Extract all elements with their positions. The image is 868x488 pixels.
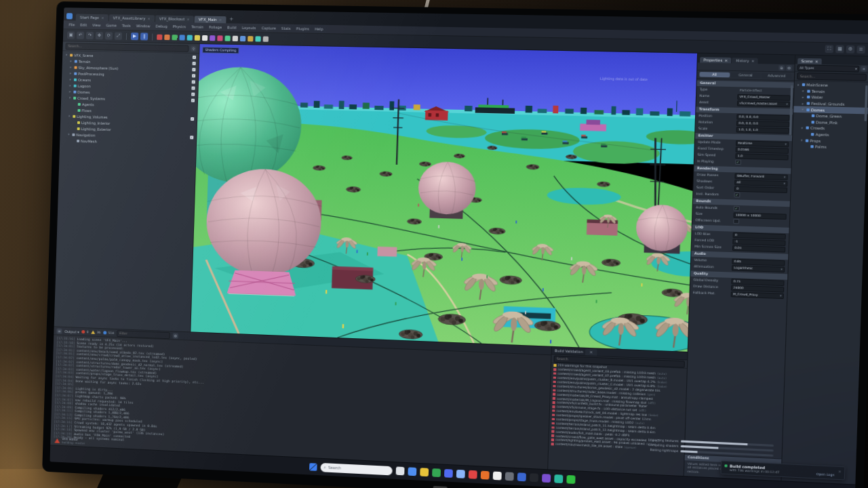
property-value[interactable]: Logarithmic▾ [732,265,785,272]
menu-item-layouts[interactable]: Layouts [242,26,256,30]
segment-advanced[interactable]: Advanced [762,73,792,79]
taskbar-app-10[interactable] [517,472,526,481]
hierarchy-search-input[interactable] [65,43,189,52]
menu-item-edit[interactable]: Edit [80,23,87,27]
menu-item-terrain[interactable]: Terrain [191,24,203,28]
menu-icon[interactable]: ≡ [856,45,865,54]
info-filter-button[interactable]: 514 [103,331,114,335]
outliner-row[interactable]: Palms [793,143,867,151]
filter-icon[interactable]: ⚲ [191,45,196,51]
expander-icon[interactable]: ▾ [68,96,72,100]
expander-icon[interactable]: ▸ [801,89,806,93]
expander-icon[interactable]: ▾ [67,115,71,118]
taskbar-app-5[interactable] [456,470,465,479]
asset-shortcut-13[interactable] [255,36,260,41]
scene-viewport[interactable]: Shaders Compiling Lighting data is out o… [191,44,697,352]
expander-icon[interactable]: ▸ [68,71,73,75]
menu-item-view[interactable]: View [92,23,100,27]
property-checkbox[interactable]: ✓ [735,159,741,165]
gear-icon[interactable]: ⚙ [173,333,178,338]
menu-item-file[interactable]: File [68,22,75,26]
expander-icon[interactable]: ▾ [64,53,68,56]
taskbar-app-9[interactable] [505,472,513,481]
expander-icon[interactable]: ▾ [796,83,801,86]
visibility-checkbox[interactable]: ✓ [192,74,195,77]
menu-item-help[interactable]: Help [315,27,323,31]
taskbar-app-8[interactable] [492,471,501,480]
warning-filter-button[interactable]: 36 [92,331,101,335]
asset-shortcut-11[interactable] [240,35,245,41]
taskbar-app-12[interactable] [541,474,550,483]
visibility-checkbox[interactable]: ✓ [190,136,193,139]
asset-shortcut-14[interactable] [263,36,269,41]
redo-icon[interactable]: ↷ [86,32,94,39]
scale-icon[interactable]: ⤢ [115,33,122,40]
close-icon[interactable]: × [838,469,842,477]
close-icon[interactable]: × [724,58,728,62]
close-icon[interactable]: × [585,348,597,356]
taskbar-app-2[interactable] [420,468,429,476]
close-icon[interactable]: × [147,16,150,20]
copy-icon[interactable]: ⧉ [778,65,785,71]
asset-shortcut-9[interactable] [224,35,230,41]
output-log-title[interactable]: Output ▾ [64,329,79,333]
property-value[interactable]: 0.01 [732,245,785,252]
taskbar-app-14[interactable] [566,475,575,484]
visibility-checkbox[interactable]: ✓ [191,93,195,96]
segment-general[interactable]: General [730,73,761,78]
expander-icon[interactable]: ▸ [801,102,806,105]
expander-icon[interactable]: ▸ [68,77,73,81]
taskbar-app-3[interactable] [432,468,441,477]
menu-item-debug[interactable]: Debug [155,24,167,28]
property-checkbox[interactable]: ✓ [734,192,739,198]
expander-icon[interactable]: ▸ [68,90,72,94]
expander-icon[interactable]: ▸ [69,59,73,62]
asset-shortcut-7[interactable] [210,35,215,41]
expander-icon[interactable]: ▾ [66,133,71,136]
toast-action-link[interactable]: Open Logs [816,472,835,477]
taskbar-search[interactable]: ⌕ Search [320,462,392,475]
validation-tab[interactable]: Build Validation [555,348,583,354]
visibility-checkbox[interactable]: ✓ [191,117,194,121]
property-value[interactable]: 1.0, 1.0, 1.0 [736,127,789,134]
asset-shortcut-10[interactable] [233,35,238,41]
visibility-checkbox[interactable]: ✓ [192,80,195,83]
menu-item-build[interactable]: Build [227,25,236,29]
expander-icon[interactable]: ▾ [800,126,804,129]
add-icon[interactable]: + [861,66,867,72]
asset-shortcut-0[interactable] [157,34,162,39]
asset-shortcut-4[interactable] [187,35,193,40]
new-tab-button[interactable]: + [226,16,236,23]
close-icon[interactable]: × [815,59,818,63]
segment-all[interactable]: All [699,72,730,77]
asset-shortcut-12[interactable] [248,36,253,41]
taskbar-app-6[interactable] [468,470,477,479]
asset-shortcut-2[interactable] [172,35,177,40]
asset-shortcut-3[interactable] [179,35,184,40]
property-value[interactable]: Particle Effect [737,87,791,94]
log-menu-icon[interactable]: ≡ [56,328,62,333]
menu-item-physics[interactable]: Physics [173,24,186,28]
expander-icon[interactable]: ▸ [801,96,806,99]
grid-icon[interactable]: ▦ [835,45,844,54]
menu-item-capture[interactable]: Capture [262,26,276,30]
fullscreen-icon[interactable]: ⛶ [825,45,834,53]
visibility-checkbox[interactable]: ✓ [191,99,195,102]
menu-item-foliage[interactable]: Foliage [209,25,222,29]
expander-icon[interactable]: ▾ [800,138,804,142]
property-value[interactable]: 0.0, 0.0, 0.0 [736,114,789,121]
property-value[interactable]: vfx/crowd_master.asset▾ [737,100,790,107]
close-icon[interactable]: × [219,18,222,22]
outliner-search-input[interactable] [797,73,867,81]
taskbar-app-11[interactable] [529,473,538,482]
property-value[interactable]: VFX_Crowd_Master [737,94,791,100]
save-icon[interactable]: ▣ [67,31,75,39]
menu-item-game[interactable]: Game [106,23,117,27]
visibility-checkbox[interactable]: ✓ [193,56,196,59]
pause-icon[interactable]: ∥ [140,33,148,40]
taskbar-app-0[interactable] [395,466,404,475]
taskbar-app-13[interactable] [554,474,563,483]
gear-icon[interactable]: ⚙ [846,45,855,54]
close-icon[interactable]: × [751,59,755,63]
play-icon[interactable]: ▶ [131,33,138,40]
